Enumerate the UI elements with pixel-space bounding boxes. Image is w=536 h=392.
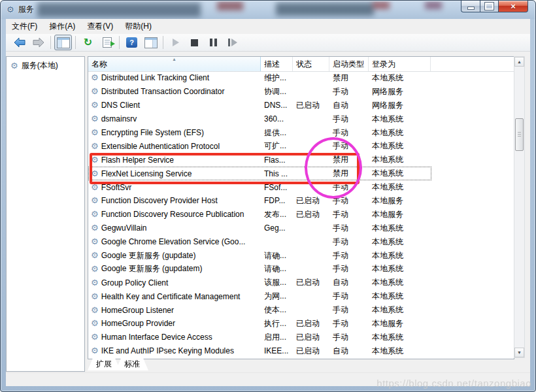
- table-row[interactable]: ⚙HomeGroup Listener使本...手动本地系统: [88, 303, 514, 317]
- table-row[interactable]: ⚙Extensible Authentication Protocol可扩...…: [88, 139, 514, 153]
- sidebar-item-label: 服务(本地): [22, 60, 58, 71]
- service-description: 为网...: [261, 291, 293, 302]
- start-service-button[interactable]: [167, 35, 184, 50]
- table-row[interactable]: ⚙Google Chrome Elevation Service (Goo...…: [88, 235, 514, 249]
- minimize-button[interactable]: [461, 1, 480, 12]
- service-name: DNS Client: [101, 101, 140, 110]
- column-header-name[interactable]: ▴ 名称: [88, 57, 261, 71]
- table-row[interactable]: ⚙DNS ClientDNS...已启动自动网络服务: [88, 99, 514, 112]
- back-button[interactable]: [10, 35, 28, 50]
- column-header-logon-as[interactable]: 登录为: [369, 57, 431, 71]
- table-row[interactable]: ⚙dsmainsrv360...手动本地系统: [88, 112, 514, 126]
- help-icon: ?: [126, 37, 137, 48]
- refresh-icon: ↻: [84, 37, 92, 48]
- titlebar[interactable]: ⚙ 服务: [0, 0, 536, 19]
- service-logon-as: 本地服务: [369, 209, 431, 220]
- service-name: dsmainsrv: [101, 114, 137, 123]
- service-startup-type: 手动: [329, 182, 369, 193]
- service-startup-type: 自动: [329, 346, 369, 357]
- menu-help[interactable]: 帮助(H): [119, 19, 158, 34]
- action-pane-icon: [144, 37, 158, 48]
- table-row[interactable]: ⚙Google 更新服务 (gupdate)请确...手动本地系统: [88, 249, 514, 263]
- table-row[interactable]: ⚙Encrypting File System (EFS)提供...手动本地系统: [88, 126, 514, 140]
- scroll-down-button[interactable]: ▼: [514, 348, 524, 357]
- table-row[interactable]: ⚙Distributed Link Tracking Client维护...禁用…: [88, 71, 514, 85]
- service-startup-type: 手动: [329, 209, 369, 220]
- help-button[interactable]: ?: [123, 35, 141, 50]
- console-tree-icon: [57, 37, 70, 48]
- service-logon-as: 本地系统: [369, 291, 431, 302]
- service-gear-icon: ⚙: [91, 142, 99, 150]
- table-row[interactable]: ⚙FlexNet Licensing ServiceThis ...禁用本地系统: [88, 167, 514, 180]
- service-status: 已启动: [293, 318, 329, 329]
- show-console-tree-button[interactable]: [54, 35, 72, 50]
- service-description: 提供...: [261, 127, 293, 139]
- service-gear-icon: ⚙: [91, 88, 99, 95]
- service-gear-icon: ⚙: [91, 197, 99, 204]
- restart-service-button[interactable]: [224, 35, 241, 50]
- table-row[interactable]: ⚙Health Key and Certificate Management为网…: [88, 289, 514, 303]
- service-gear-icon: ⚙: [91, 224, 99, 232]
- stop-service-button[interactable]: [186, 35, 203, 50]
- window-controls: ×: [461, 1, 528, 12]
- table-row[interactable]: ⚙Flash Helper ServiceFlas...禁用本地系统: [88, 153, 514, 167]
- pause-service-button[interactable]: [205, 35, 222, 50]
- scroll-up-button[interactable]: ▲: [514, 57, 524, 67]
- table-row[interactable]: ⚙Group Policy Client该服...已启动自动本地系统: [88, 276, 514, 289]
- table-row[interactable]: ⚙Function Discovery Resource Publication…: [88, 208, 514, 221]
- service-status: 已启动: [293, 277, 329, 288]
- table-row[interactable]: ⚙Human Interface Device Access启用...已启动手动…: [88, 331, 514, 344]
- table-row[interactable]: ⚙Distributed Transaction Coordinator协调..…: [88, 85, 514, 99]
- service-gear-icon: ⚙: [91, 129, 99, 137]
- show-action-pane-button[interactable]: [142, 35, 159, 50]
- service-name: Flash Helper Service: [101, 155, 174, 165]
- service-startup-type: 手动: [329, 195, 369, 206]
- minimize-icon: [467, 7, 475, 10]
- service-name: Health Key and Certificate Management: [101, 292, 241, 301]
- table-row[interactable]: ⚙FSoftSvrFSof...手动本地系统: [88, 180, 514, 194]
- tab-standard[interactable]: 标准: [116, 358, 148, 370]
- export-list-button[interactable]: [98, 35, 116, 50]
- refresh-button[interactable]: ↻: [79, 35, 97, 50]
- service-logon-as: 本地系统: [369, 223, 431, 234]
- table-row[interactable]: ⚙GegwuVillainGeg...手动本地系统: [88, 221, 514, 235]
- tab-extended[interactable]: 扩展: [88, 358, 120, 370]
- menu-bar: 文件(F) 操作(A) 查看(V) 帮助(H): [6, 19, 530, 34]
- column-header-status[interactable]: 状态: [293, 57, 329, 71]
- service-gear-icon: ⚙: [91, 210, 99, 218]
- service-name: Distributed Link Tracking Client: [101, 73, 209, 82]
- service-logon-as: 本地系统: [369, 277, 431, 288]
- close-button[interactable]: ×: [499, 1, 528, 12]
- maximize-icon: [485, 3, 494, 10]
- table-row[interactable]: ⚙Google 更新服务 (gupdatem)请确...手动本地系统: [88, 262, 514, 276]
- maximize-button[interactable]: [480, 1, 499, 12]
- stop-icon: [191, 39, 198, 46]
- sort-ascending-icon: ▴: [173, 56, 175, 62]
- forward-button[interactable]: [29, 35, 47, 50]
- service-logon-as: 本地系统: [369, 182, 431, 193]
- service-description: Flas...: [261, 155, 293, 165]
- scrollbar-thumb[interactable]: [515, 118, 524, 151]
- service-description: 请确...: [261, 263, 293, 274]
- column-header-startup-type[interactable]: 启动类型: [329, 57, 369, 71]
- export-list-icon: [103, 37, 112, 48]
- service-logon-as: 本地系统: [369, 250, 431, 261]
- service-gear-icon: ⚙: [91, 74, 99, 82]
- close-icon: ×: [511, 2, 516, 10]
- menu-view[interactable]: 查看(V): [81, 19, 119, 34]
- table-row[interactable]: ⚙Function Discovery Provider HostFDP...已…: [88, 194, 514, 208]
- service-description: FSof...: [261, 183, 293, 192]
- vertical-scrollbar[interactable]: ▲ ▼: [514, 56, 525, 358]
- table-row[interactable]: ⚙HomeGroup Provider执行...已启动手动本地服务: [88, 317, 514, 331]
- console-tree-panel: ⚙ 服务(本地): [6, 56, 85, 372]
- service-startup-type: 手动: [329, 318, 369, 329]
- menu-action[interactable]: 操作(A): [43, 19, 81, 34]
- service-name: FSoftSvr: [101, 183, 132, 192]
- menu-file[interactable]: 文件(F): [6, 19, 43, 34]
- sidebar-item-services-local[interactable]: ⚙ 服务(本地): [7, 57, 84, 74]
- service-description: DNS...: [261, 101, 293, 110]
- column-header-description[interactable]: 描述: [261, 57, 293, 71]
- table-row[interactable]: ⚙IKE and AuthIP IPsec Keying ModulesIKEE…: [88, 344, 514, 358]
- scroll-up-icon: ▲: [517, 59, 522, 64]
- service-name: Function Discovery Resource Publication: [101, 210, 244, 219]
